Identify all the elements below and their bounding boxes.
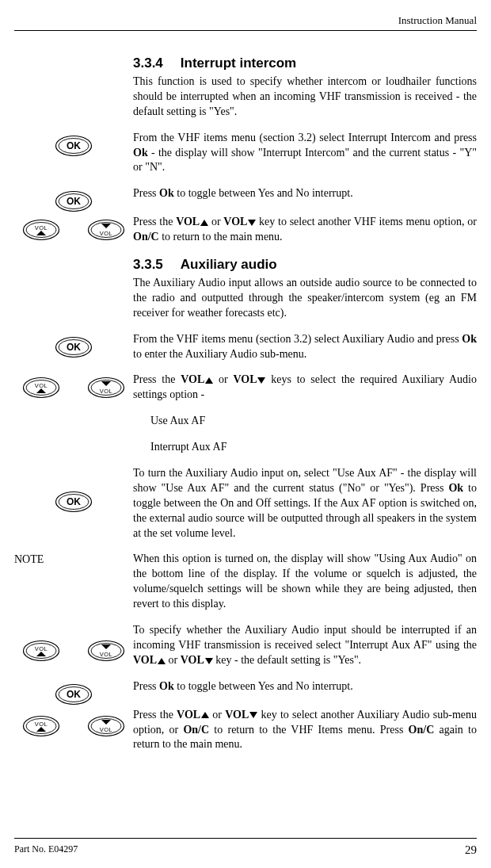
paragraph: From the VHF items menu (section 3.2) se… [133, 332, 477, 362]
note-paragraph: When this option is turned on, the displ… [133, 552, 477, 612]
triangle-up-icon [201, 712, 209, 718]
option-item: Interrupt Aux AF [133, 440, 477, 455]
page-header: Instruction Manual [14, 14, 477, 31]
section-title: Auxiliary audio [181, 257, 277, 272]
triangle-down-icon [257, 377, 265, 384]
paragraph: Press the VOL or VOL key to select anoth… [133, 215, 477, 245]
vol-down-button-icon [87, 715, 125, 737]
paragraph: The Auxiliary Audio input allows an outs… [133, 276, 477, 321]
vol-up-button-icon [22, 377, 60, 399]
page-number: 29 [465, 843, 477, 857]
triangle-up-icon [200, 220, 208, 226]
paragraph: Press Ok to toggle between Yes and No in… [133, 679, 477, 694]
option-item: Use Aux AF [133, 414, 477, 429]
triangle-up-icon [158, 658, 166, 664]
triangle-up-icon [205, 377, 213, 384]
paragraph: Press Ok to toggle between Yes and No in… [133, 186, 477, 201]
section-heading-334: 3.3.4Interrupt intercom [133, 55, 477, 73]
paragraph: Press the VOL or VOL key to select anoth… [133, 708, 477, 753]
page-footer: Part No. E04297 29 [14, 838, 477, 857]
paragraph: This function is used to specify whether… [133, 75, 477, 120]
ok-button-icon [55, 135, 93, 157]
vol-up-button-icon [22, 640, 60, 662]
triangle-down-icon [248, 220, 256, 226]
page-content: 3.3.4Interrupt intercom This function is… [14, 55, 477, 763]
ok-button-icon [55, 190, 93, 212]
paragraph: To specify whether the Auxiliary Audio i… [133, 623, 477, 668]
part-number: Part No. E04297 [14, 843, 78, 857]
section-number: 3.3.5 [133, 256, 163, 274]
ok-button-icon [55, 336, 93, 358]
paragraph: Press the VOL or VOL keys to select the … [133, 373, 477, 403]
paragraph: From the VHF items menu (section 3.2) se… [133, 131, 477, 176]
ok-button-icon [55, 491, 93, 513]
vol-up-button-icon [22, 715, 60, 737]
note-label: NOTE [14, 552, 133, 566]
vol-down-button-icon [87, 219, 125, 241]
triangle-down-icon [205, 658, 213, 664]
vol-down-button-icon [87, 640, 125, 662]
section-number: 3.3.4 [133, 55, 163, 73]
section-title: Interrupt intercom [181, 55, 296, 71]
ok-button-icon [55, 683, 93, 705]
paragraph: To turn the Auxiliary Audio input on, se… [133, 466, 477, 541]
vol-up-button-icon [22, 219, 60, 241]
triangle-down-icon [249, 712, 257, 718]
vol-down-button-icon [87, 377, 125, 399]
section-heading-335: 3.3.5Auxiliary audio [133, 256, 477, 274]
